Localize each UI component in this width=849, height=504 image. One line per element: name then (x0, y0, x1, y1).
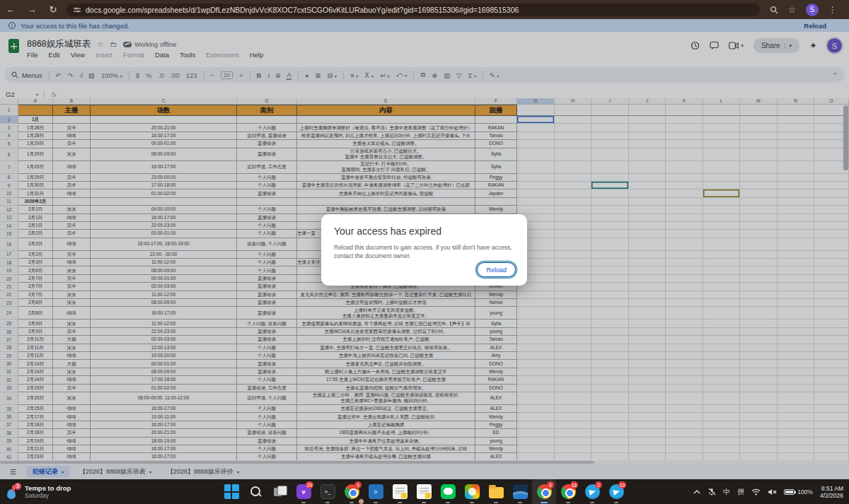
tray-date: 4/2/2026 (820, 492, 843, 499)
mic-muted-icon[interactable] (708, 488, 716, 496)
line-taskbar-icon[interactable] (436, 479, 460, 504)
volume-muted-icon[interactable] (768, 488, 777, 496)
search-icon (248, 484, 263, 499)
back-icon[interactable]: ← (0, 4, 21, 15)
notification-badge: 29 (306, 481, 313, 488)
forward-icon[interactable]: → (21, 4, 42, 15)
photos-icon (513, 484, 528, 499)
thermometer-icon: 3 (6, 485, 20, 499)
telegram-taskbar-icon[interactable]: 2 (580, 479, 604, 504)
ime-mode-indicator[interactable]: 拼 (737, 487, 744, 497)
copilot-taskbar-icon[interactable] (460, 479, 484, 504)
system-tray: 中 拼 100% 8:51 AM 4/2/2026 (693, 479, 843, 504)
terminal-taskbar-icon[interactable]: >_ (316, 479, 340, 504)
powershell-taskbar-icon[interactable]: > (364, 479, 388, 504)
chrome-taskbar-icon[interactable]: 16 (556, 479, 580, 504)
zoom-search-icon[interactable] (770, 6, 778, 14)
notification-badge: 10 (618, 481, 626, 488)
chat-taskbar-icon[interactable]: ♥29 (291, 479, 316, 504)
weather-subtitle: Saturday (25, 492, 71, 499)
notification-badge: 6 (547, 481, 554, 488)
dialog-title: Your access has expired (334, 225, 514, 237)
powershell-icon: > (369, 484, 383, 499)
taskview-taskbar-icon[interactable] (267, 479, 291, 504)
folder-taskbar-icon[interactable] (484, 479, 508, 504)
running-indicator (446, 502, 450, 503)
browser-avatar[interactable]: S (806, 4, 819, 16)
doc-icon (417, 484, 432, 499)
notification-badge: 2 (595, 481, 602, 488)
notification-badge: 9 (354, 481, 362, 488)
doc-taskbar-icon[interactable] (412, 479, 436, 504)
dialog-reload-button[interactable]: Reload (477, 262, 516, 277)
start-icon (224, 484, 239, 499)
browser-menu-icon[interactable]: ⋮ (828, 5, 837, 15)
running-indicator (590, 502, 594, 503)
running-indicator (374, 502, 378, 503)
running-indicator (301, 502, 306, 503)
tray-chevron-icon[interactable] (693, 489, 700, 495)
weather-widget[interactable]: 3 Temps to drop Saturday (6, 485, 140, 499)
battery-icon (784, 489, 795, 495)
battery-indicator[interactable]: 100% (784, 488, 813, 496)
running-indicator (541, 502, 548, 503)
running-indicator (422, 502, 426, 503)
running-indicator (518, 502, 522, 503)
chrome-taskbar-icon[interactable]: 6 (532, 479, 556, 504)
browser-toolbar: ← → ↻ docs.google.com/spreadsheets/d/1wp… (0, 0, 849, 19)
screen: ← → ↻ docs.google.com/spreadsheets/d/1wp… (0, 0, 849, 504)
running-indicator (566, 502, 570, 503)
taskbar: 3 Temps to drop Saturday ♥29>_9>616210 中… (0, 479, 849, 504)
site-info-icon[interactable] (74, 6, 81, 13)
running-indicator (325, 502, 330, 503)
access-changed-infobar: i Your access to this file has changed. … (0, 19, 849, 32)
dialog-body: Reload this document to gain access. If … (334, 243, 512, 260)
wifi-icon[interactable] (751, 488, 761, 496)
address-bar[interactable]: docs.google.com/spreadsheets/d/1wpDfLezN… (67, 4, 760, 16)
folder-icon (489, 487, 504, 498)
search-taskbar-icon[interactable] (243, 479, 267, 504)
url-text: docs.google.com/spreadsheets/d/1wpDfLezN… (86, 6, 519, 14)
line-icon (441, 484, 456, 499)
tray-time: 8:51 AM (821, 485, 843, 492)
weather-headline: Temps to drop (25, 485, 71, 492)
battery-percent: 100% (797, 488, 813, 496)
taskview-icon (272, 484, 287, 499)
running-indicator (470, 502, 474, 503)
doc-icon (393, 484, 408, 499)
bookmark-star-icon[interactable]: ☆ (788, 5, 796, 15)
running-indicator (398, 502, 402, 503)
clock-widget[interactable]: 8:51 AM 4/2/2026 (820, 485, 843, 499)
doc-taskbar-icon[interactable] (388, 479, 412, 504)
weather-badge: 3 (14, 483, 21, 490)
info-icon: i (8, 22, 16, 29)
photos-taskbar-icon[interactable] (508, 479, 532, 504)
start-taskbar-icon[interactable] (219, 479, 243, 504)
notification-badge: 16 (570, 481, 578, 488)
reload-icon[interactable]: ↻ (42, 4, 64, 15)
access-expired-dialog: Your access has expired Reload this docu… (321, 214, 527, 286)
running-indicator (614, 502, 618, 503)
infobar-text: Your access to this file has changed. (21, 22, 129, 30)
copilot-icon (465, 484, 480, 499)
chrome-taskbar-icon[interactable]: 9 (340, 479, 364, 504)
running-indicator (350, 502, 354, 503)
profile-avatar-dot (358, 498, 364, 504)
sheets-app: 8868娱乐城班表 ☆ 🗀 Working offline FileEditVi… (0, 32, 849, 479)
terminal-icon: >_ (320, 484, 335, 499)
ime-language-indicator[interactable]: 中 (723, 487, 730, 497)
running-indicator (494, 502, 498, 503)
taskbar-apps: ♥29>_9>616210 (219, 479, 628, 504)
infobar-reload-link[interactable]: Reload (804, 22, 826, 30)
telegram-taskbar-icon[interactable]: 10 (604, 479, 628, 504)
